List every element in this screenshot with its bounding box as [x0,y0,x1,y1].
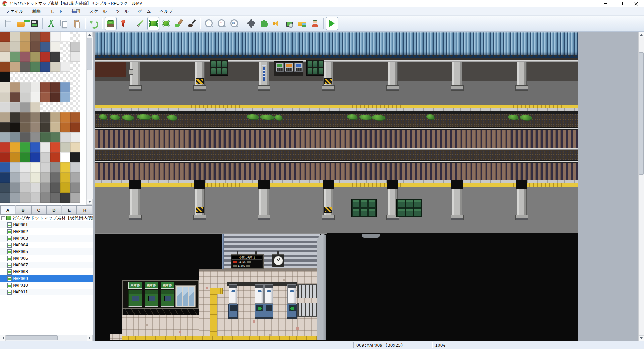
menu-item-5[interactable]: ツール [111,7,133,15]
palette-tile[interactable] [60,142,70,152]
palette-tile[interactable] [10,122,20,132]
palette-tile[interactable] [0,82,10,92]
palette-tile[interactable] [70,122,80,132]
palette-tile[interactable] [30,52,40,62]
palette-tile[interactable] [70,142,80,152]
palette-tile[interactable] [0,132,10,142]
palette-tile[interactable] [70,193,80,203]
palette-tile[interactable] [40,193,50,203]
palette-tile[interactable] [40,183,50,193]
palette-tile[interactable] [10,32,20,42]
palette-tile[interactable] [40,42,50,52]
tree-item-MAP003[interactable]: MAP003 [0,235,93,242]
palette-tile[interactable] [0,142,10,152]
palette-tile[interactable] [30,142,40,152]
tileset-palette[interactable] [0,32,93,205]
scroll-down-button[interactable] [639,335,644,341]
palette-tile[interactable] [40,132,50,142]
palette-tile[interactable] [70,172,80,183]
palette-tile[interactable] [10,183,20,193]
palette-tile[interactable] [60,152,70,162]
palette-tile[interactable] [10,72,20,82]
palette-tile[interactable] [50,142,60,152]
palette-tile[interactable] [10,193,20,203]
palette-tile[interactable] [70,152,80,162]
palette-tile[interactable] [60,62,70,72]
palette-tile[interactable] [40,82,50,92]
palette-tile[interactable] [50,62,60,72]
palette-tile[interactable] [60,82,70,92]
menu-item-2[interactable]: モード [45,7,67,15]
palette-scrollbar[interactable] [86,32,93,205]
palette-tile[interactable] [20,132,30,142]
menu-item-0[interactable]: ファイル [1,7,28,15]
palette-tile[interactable] [60,42,70,52]
palette-tile[interactable] [30,132,40,142]
palette-tile[interactable] [40,112,50,122]
copy-button[interactable] [58,17,70,30]
canvas-scrollbar[interactable] [638,32,644,341]
palette-tile[interactable] [40,62,50,72]
tree-item-MAP008[interactable]: MAP008 [0,268,93,275]
tree-h-scrollbar[interactable] [0,335,93,341]
palette-tile[interactable] [60,193,70,203]
palette-tile[interactable] [50,193,60,203]
palette-tile[interactable] [20,112,30,122]
map-view[interactable]: 今度の発車は11:0511:05乗車券乗車券乗車券 [95,32,578,341]
palette-tile[interactable] [0,112,10,122]
menu-item-3[interactable]: 描画 [67,7,85,15]
palette-tile[interactable] [60,112,70,122]
palette-tile[interactable] [70,62,80,72]
palette-tile[interactable] [30,72,40,82]
palette-tile[interactable] [70,132,80,142]
menu-item-4[interactable]: スケール [85,7,111,15]
palette-tile[interactable] [20,42,30,52]
palette-tile[interactable] [30,62,40,72]
tree-item-MAP004[interactable]: MAP004 [0,242,93,248]
tree-expander-icon[interactable] [1,216,5,220]
event-mode-button[interactable] [117,17,129,30]
palette-tile[interactable] [20,62,30,72]
palette-tile[interactable] [20,92,30,102]
palette-tile[interactable] [10,162,20,172]
palette-tile[interactable] [10,112,20,122]
palette-tile[interactable] [30,152,40,162]
palette-tile[interactable] [0,32,10,42]
options-button[interactable] [245,17,257,30]
shadow-pen-tool-button[interactable] [185,17,198,30]
palette-tile[interactable] [20,142,30,152]
palette-tile[interactable] [10,142,20,152]
palette-tile[interactable] [10,132,20,142]
palette-tile[interactable] [20,162,30,172]
palette-tile[interactable] [10,152,20,162]
tileset-tab-E[interactable]: E [62,205,77,214]
palette-tile[interactable] [70,183,80,193]
tileset-tab-D[interactable]: D [46,205,61,214]
actual-scale-button[interactable]: 1:1 [228,17,240,30]
palette-tile[interactable] [40,172,50,183]
window-close-button[interactable] [629,0,644,7]
canvas-scroll-thumb[interactable] [639,52,644,174]
palette-tile[interactable] [0,102,10,112]
palette-tile[interactable] [40,72,50,82]
tree-item-MAP006[interactable]: MAP006 [0,255,93,262]
palette-tile[interactable] [50,42,60,52]
palette-tile[interactable] [20,172,30,183]
window-maximize-button[interactable] [613,0,629,7]
palette-tile[interactable] [60,102,70,112]
palette-tile[interactable] [40,142,50,152]
map-mode-button[interactable] [105,17,117,30]
palette-tile[interactable] [30,92,40,102]
palette-tile[interactable] [60,183,70,193]
tree-item-MAP002[interactable]: MAP002 [0,228,93,235]
menu-item-6[interactable]: ゲーム [133,7,155,15]
scroll-right-button[interactable] [87,335,93,341]
palette-tile[interactable] [20,32,30,42]
event-searcher-button[interactable] [283,17,296,30]
tree-item-MAP005[interactable]: MAP005 [0,248,93,255]
pencil-tool-button[interactable] [135,17,147,30]
palette-tile[interactable] [40,152,50,162]
tree-item-MAP001[interactable]: MAP001 [0,221,93,228]
scroll-down-button[interactable] [87,199,93,205]
palette-tile[interactable] [40,122,50,132]
